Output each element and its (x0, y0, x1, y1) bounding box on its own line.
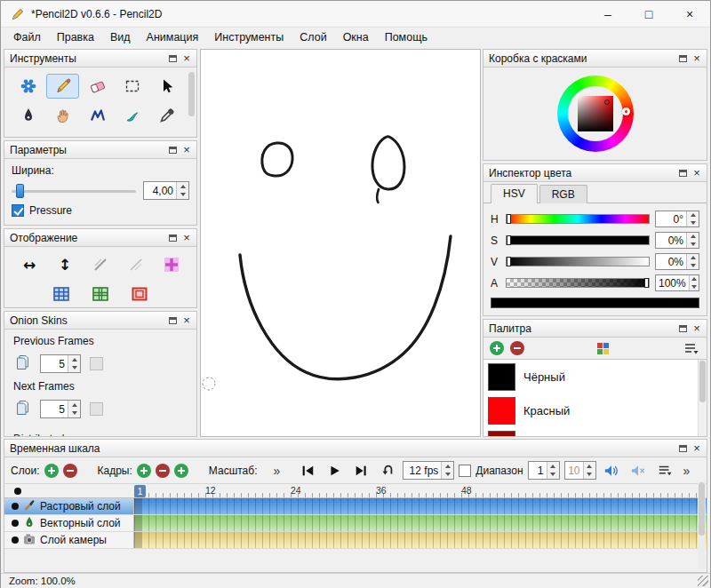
add-layer-button[interactable] (44, 464, 59, 478)
next-frames-spinbox[interactable]: 5 (40, 400, 81, 418)
current-frame-marker[interactable]: 1 (134, 485, 146, 497)
outlines-icon[interactable] (123, 253, 149, 276)
menu-animation[interactable]: Анимация (139, 29, 207, 45)
jump-to-start-button[interactable] (296, 461, 318, 481)
spin-down-button[interactable] (68, 364, 80, 373)
visibility-dot[interactable] (12, 520, 19, 527)
menu-edit[interactable]: Правка (49, 29, 102, 45)
value-spinbox[interactable]: 0% (655, 253, 699, 270)
color-swatch[interactable] (488, 363, 515, 391)
layer-track-vector[interactable] (134, 515, 707, 531)
overflow-left-chevron[interactable]: » (271, 464, 284, 478)
overlay-thirds-icon[interactable] (48, 282, 75, 306)
hue-spinbox[interactable]: 0° (655, 211, 699, 227)
layer-visibility-menu-icon[interactable] (654, 461, 676, 481)
saturation-value-square[interactable] (578, 96, 613, 131)
spin-down-button[interactable] (690, 283, 699, 291)
toggle-all-visibility-dot[interactable] (14, 488, 21, 495)
onion-previous-icon[interactable] (13, 354, 31, 374)
duplicate-frame-button[interactable] (174, 464, 188, 478)
alpha-slider[interactable] (506, 278, 650, 288)
tab-rgb[interactable]: RGB (539, 185, 587, 203)
smudge-tool[interactable] (116, 103, 149, 128)
spin-up-button[interactable] (442, 462, 453, 471)
visibility-dot[interactable] (12, 503, 19, 510)
onion-next-icon[interactable] (13, 399, 31, 419)
close-panel-icon[interactable]: × (690, 441, 704, 456)
saturation-slider[interactable] (506, 235, 650, 245)
resize-grip[interactable] (698, 576, 708, 586)
layer-header-raster[interactable]: Растровый слой (4, 498, 134, 514)
eraser-tool[interactable] (81, 74, 114, 99)
spin-down-button[interactable] (442, 471, 453, 480)
keyframe-cell[interactable] (134, 498, 141, 514)
float-panel-icon[interactable] (165, 52, 180, 66)
spin-up-button[interactable] (687, 233, 699, 241)
spin-down-button[interactable] (687, 219, 699, 227)
polyline-tool[interactable] (81, 103, 114, 128)
spin-down-button[interactable] (584, 471, 595, 480)
color-swatch[interactable] (488, 431, 515, 437)
drawing-canvas[interactable] (200, 49, 481, 437)
previous-color-chip[interactable] (90, 357, 103, 370)
overlay-safe-areas-icon[interactable] (126, 282, 153, 306)
tools-scrollbar[interactable] (188, 70, 196, 133)
hue-slider[interactable] (506, 214, 650, 224)
select-tool[interactable] (116, 74, 149, 99)
spin-down-button[interactable] (547, 471, 559, 480)
range-end-spinbox[interactable]: 10 (564, 461, 596, 480)
float-panel-icon[interactable] (675, 322, 690, 336)
palette-item[interactable]: Красный (483, 393, 707, 427)
close-panel-icon[interactable]: × (180, 143, 194, 157)
maximize-button[interactable]: □ (628, 1, 669, 27)
layer-header-camera[interactable]: Слой камеры (4, 532, 134, 548)
color-swatch[interactable] (488, 397, 515, 425)
layer-header-vector[interactable]: Векторный слой (4, 515, 134, 531)
close-button[interactable]: × (669, 1, 710, 27)
spin-up-button[interactable] (547, 462, 559, 471)
menu-file[interactable]: Файл (5, 29, 49, 45)
palette-scrollbar[interactable] (698, 360, 707, 436)
spin-up-button[interactable] (687, 211, 699, 219)
spin-up-button[interactable] (68, 401, 80, 409)
spin-up-button[interactable] (68, 355, 80, 364)
layer-track-raster[interactable] (134, 498, 707, 514)
fps-spinbox[interactable]: 12 fps (403, 461, 454, 480)
next-frame-button[interactable] (349, 461, 371, 481)
spin-down-button[interactable] (177, 191, 188, 200)
menu-tools[interactable]: Инструменты (206, 29, 292, 45)
close-panel-icon[interactable]: × (180, 314, 194, 328)
timeline-ruler[interactable]: 1 12 24 36 48 (4, 484, 707, 498)
spin-up-button[interactable] (687, 254, 699, 262)
close-panel-icon[interactable]: × (690, 322, 704, 336)
spin-up-button[interactable] (690, 275, 699, 283)
visibility-dot[interactable] (12, 536, 19, 544)
remove-layer-button[interactable] (63, 464, 77, 478)
overlay-center-icon[interactable] (158, 253, 185, 276)
add-frame-button[interactable] (137, 464, 151, 478)
remove-color-button[interactable] (510, 341, 524, 355)
range-start-spinbox[interactable]: 1 (528, 461, 560, 480)
pen-tool[interactable] (12, 103, 44, 128)
overlay-golden-icon[interactable] (87, 282, 114, 306)
palette-menu-icon[interactable] (681, 339, 700, 357)
keyframe-cell[interactable] (134, 532, 141, 548)
menu-layer[interactable]: Слой (292, 29, 334, 45)
thin-lines-icon[interactable] (87, 253, 114, 276)
float-panel-icon[interactable] (165, 143, 180, 157)
mirror-horizontal-icon[interactable]: ↔ (16, 253, 43, 276)
menu-view[interactable]: Вид (102, 29, 139, 45)
float-panel-icon[interactable] (165, 231, 180, 245)
eyedropper-tool[interactable] (151, 103, 184, 128)
hand-tool[interactable] (46, 103, 79, 128)
float-panel-icon[interactable] (675, 166, 690, 180)
remove-frame-button[interactable] (156, 464, 170, 478)
spin-down-button[interactable] (68, 409, 80, 418)
width-slider-handle[interactable] (16, 184, 24, 198)
add-color-button[interactable] (490, 341, 504, 355)
mirror-vertical-icon[interactable]: ↕ (52, 253, 78, 276)
close-panel-icon[interactable]: × (690, 52, 704, 66)
alpha-spinbox[interactable]: 100% (655, 274, 699, 291)
bucket-tool[interactable] (12, 74, 44, 99)
pencil-tool[interactable] (46, 74, 79, 99)
